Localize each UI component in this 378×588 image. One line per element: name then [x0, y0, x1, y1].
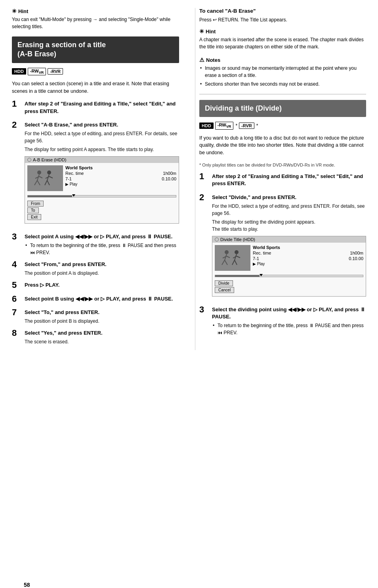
- svg-point-14: [225, 250, 229, 254]
- svg-rect-0: [27, 165, 63, 191]
- right-column: To cancel "A-B Erase" Press ↩ RETURN. Th…: [195, 8, 366, 350]
- svg-point-7: [47, 170, 51, 174]
- step-3-bullet: To return to the beginning of the title,…: [30, 242, 179, 256]
- display-rec-time-row: Rec. time 1h00m: [65, 171, 176, 176]
- divide-step-1-content: After step 2 of "Erasing and Editing a T…: [212, 173, 366, 189]
- divide-rec-value: 1h00m: [350, 251, 363, 255]
- display-position: 0.10.00: [162, 176, 176, 181]
- step-2-desc: For the HDD, select a type of editing, a…: [25, 130, 179, 144]
- divide-rec-time-row: Rec. time 1h00m: [253, 251, 363, 255]
- divide-display-title-bar: Divide Title (HDD): [212, 236, 366, 243]
- badge-rwvr: -RWVR: [28, 68, 46, 75]
- right-hint-text: A chapter mark is inserted after the sce…: [199, 36, 366, 50]
- step-7: 7 Select "To," and press ENTER. The posi…: [12, 309, 179, 325]
- step-8-desc: The scene is erased.: [25, 338, 179, 345]
- divide-step-1-title: After step 2 of "Erasing and Editing a T…: [212, 173, 366, 187]
- divide-display-circle-icon: [215, 237, 219, 241]
- step-5: 5 Press ▷ PLAY.: [12, 282, 179, 290]
- divide-step-2-desc2: The display for setting the dividing poi…: [212, 218, 366, 226]
- step-2-number: 2: [12, 121, 21, 129]
- divide-step-2-desc3: The title starts to play.: [212, 226, 366, 233]
- hint-section-top: ✳ Hint You can exit "Multi-Mode" by pres…: [12, 8, 179, 30]
- step-3-title: Select point A using ◀◀/▶▶ or ▷ PLAY, an…: [25, 233, 179, 240]
- display-content: World Sports Rec. time 1h00m 7-1 0.10.00: [25, 163, 179, 193]
- display-buttons-row: From To Exit: [25, 199, 179, 223]
- btn-exit[interactable]: Exit: [27, 214, 41, 220]
- divide-buttons-row: Divide Cancel: [212, 279, 366, 296]
- display-progress-bar: [27, 195, 176, 197]
- step-2-desc2: The display for setting point A appears.…: [25, 146, 179, 153]
- step-4-number: 4: [12, 260, 21, 269]
- step-1-title: After step 2 of "Erasing and Editing a T…: [25, 100, 179, 115]
- divide-progress-fill: [215, 275, 260, 277]
- step-1: 1 After step 2 of "Erasing and Editing a…: [12, 100, 179, 116]
- step-4-desc: The position of point A is displayed.: [25, 270, 179, 277]
- divide-badges: HDD -RWVR * -RVR *: [199, 122, 366, 129]
- step-7-desc: The position of point B is displayed.: [25, 318, 179, 325]
- divide-progress-bar: [215, 275, 363, 277]
- step-8-content: Select "Yes," and press ENTER. The scene…: [25, 329, 179, 345]
- display-progress-marker: [72, 194, 75, 197]
- step-6: 6 Select point B using ◀◀/▶▶ or ▷ PLAY, …: [12, 295, 179, 304]
- step-5-number: 5: [12, 281, 21, 289]
- step-8: 8 Select "Yes," and press ENTER. The sce…: [12, 329, 179, 345]
- step-1-content: After step 2 of "Erasing and Editing a T…: [25, 100, 179, 116]
- step-3-content: Select point A using ◀◀/▶▶ or ▷ PLAY, an…: [25, 233, 179, 256]
- divide-video-title: World Sports: [253, 245, 363, 250]
- note-2: Sections shorter than five seconds may n…: [205, 80, 366, 88]
- ab-erase-steps: 1 After step 2 of "Erasing and Editing a…: [12, 100, 179, 345]
- step-3: 3 Select point A using ◀◀/▶▶ or ▷ PLAY, …: [12, 233, 179, 256]
- btn-cancel[interactable]: Cancel: [215, 287, 234, 293]
- notes-title: ⚠ Notes: [199, 57, 366, 63]
- display-title: A-B Erase (HDD): [33, 157, 66, 162]
- ab-erase-intro: You can select a section (scene) in a ti…: [12, 80, 179, 95]
- display-chapter-row: 7-1 0.10.00: [65, 176, 176, 181]
- divide-chapter-row: 7-1 0.10.00: [253, 256, 363, 261]
- step-1-number: 1: [12, 100, 21, 108]
- notes-section: ⚠ Notes Images or sound may be momentari…: [199, 57, 366, 88]
- divide-star-2: *: [256, 123, 258, 128]
- ab-erase-title-line2: (A-B Erase): [17, 50, 56, 58]
- section-divider: [199, 94, 366, 94]
- display-video-title: World Sports: [65, 165, 176, 170]
- display-info: World Sports Rec. time 1h00m 7-1 0.10.00: [65, 165, 176, 191]
- divide-step-3-bullet: To return to the beginning of the title,…: [218, 322, 366, 336]
- step-8-number: 8: [12, 329, 21, 337]
- hint-text: You can exit "Multi-Mode" by pressing → …: [12, 16, 179, 30]
- step-5-title: Press ▷ PLAY.: [25, 282, 179, 289]
- divide-position: 0.10.00: [349, 256, 363, 261]
- divide-display-info: World Sports Rec. time 1h00m 7-1 0.10.00: [253, 245, 363, 271]
- divide-display-video: [215, 245, 250, 271]
- display-play-label: ▶ Play: [65, 182, 176, 186]
- step-4: 4 Select "From," and press ENTER. The po…: [12, 261, 179, 277]
- display-circle-icon: [27, 158, 31, 162]
- ab-erase-heading: Erasing a section of a title (A-B Erase): [12, 36, 179, 63]
- divide-title: Dividing a title (Divide): [205, 104, 361, 113]
- display-video: [27, 165, 63, 191]
- right-hint-icon: ✳: [199, 28, 204, 34]
- step-4-content: Select "From," and press ENTER. The posi…: [25, 261, 179, 277]
- hint-label: Hint: [18, 8, 28, 14]
- step-7-content: Select "To," and press ENTER. The positi…: [25, 309, 179, 325]
- step-8-title: Select "Yes," and press ENTER.: [25, 329, 179, 337]
- btn-from[interactable]: From: [27, 201, 44, 207]
- step-6-number: 6: [12, 295, 21, 303]
- divide-step-2-desc: For the HDD, select a type of editing, a…: [212, 203, 366, 217]
- cancel-section: To cancel "A-B Erase" Press ↩ RETURN. Th…: [199, 8, 366, 23]
- divide-step-2-content: Select "Divide," and press ENTER. For th…: [212, 194, 366, 301]
- hint-title: ✳ Hint: [12, 8, 179, 14]
- step-6-title: Select point B using ◀◀/▶▶ or ▷ PLAY, an…: [25, 295, 179, 303]
- btn-to[interactable]: To: [27, 207, 39, 213]
- left-column: ✳ Hint You can exit "Multi-Mode" by pres…: [12, 8, 183, 350]
- divide-step-1-number: 1: [199, 172, 208, 181]
- divide-step-2-number: 2: [199, 193, 208, 202]
- divide-badge-rvr: -RVR: [239, 123, 254, 129]
- divide-step-1: 1 After step 2 of "Erasing and Editing a…: [199, 173, 366, 189]
- btn-divide[interactable]: Divide: [215, 280, 233, 286]
- display-rec-value: 1h00m: [163, 171, 176, 176]
- display-rec-label: Rec. time: [65, 171, 84, 176]
- step-7-number: 7: [12, 308, 21, 317]
- step-6-content: Select point B using ◀◀/▶▶ or ▷ PLAY, an…: [25, 295, 179, 304]
- display-title-bar: A-B Erase (HDD): [25, 157, 179, 163]
- divide-display: Divide Title (HDD): [212, 236, 366, 297]
